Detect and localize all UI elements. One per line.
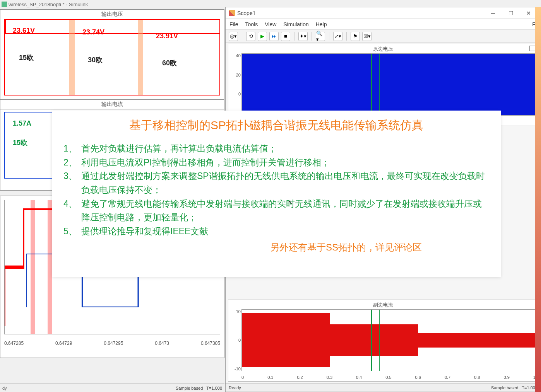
step-icon[interactable]: ⏭: [269, 32, 279, 41]
scope-status-bar: Ready Sample based T=1.000: [226, 383, 541, 392]
overlay-list: 1、首先对负载进行估算，再计算出负载电流估算值； 2、利用电压电流双PI控制得出…: [63, 142, 489, 238]
stop-icon[interactable]: ■: [281, 32, 290, 41]
status-sample: Sample based: [491, 385, 518, 390]
menu-help[interactable]: Help: [316, 21, 327, 27]
autoscale-icon[interactable]: ⤢▾: [333, 32, 342, 41]
description-overlay: 基于移相控制的SP拓扑磁耦合谐振无线电能传输系统仿真 1、首先对负载进行估算，再…: [52, 111, 501, 277]
overlay-footnote: 另外还有基于SS拓扑的，详见评论区: [63, 241, 489, 254]
ohm-label-3: 60欧: [162, 58, 177, 68]
menu-file[interactable]: File: [229, 21, 238, 27]
plot-area[interactable]: 23.61V 23.74V 23.91V 15欧 30欧 60欧: [4, 19, 220, 95]
window-title: Scope1: [237, 10, 484, 16]
side-window-sliver: [535, 7, 541, 392]
zoom-region[interactable]: [371, 53, 380, 116]
y-axis: 100-10: [230, 309, 241, 372]
play-icon[interactable]: ▶: [258, 32, 267, 41]
output-voltage-plot[interactable]: 输出电压 23.61V 23.74V 23.91V 15欧 30欧 60欧: [0, 9, 224, 100]
menu-tools[interactable]: Tools: [245, 21, 258, 27]
highlight-icon[interactable]: ✦▾: [298, 32, 308, 41]
status-sample: Sample based: [176, 386, 203, 390]
x-axis: 0.647285 0.64729 0.647295 0.6473 0.64730…: [4, 341, 220, 346]
config-icon[interactable]: ◎▾: [229, 32, 238, 41]
maximize-button[interactable]: ☐: [502, 8, 520, 19]
plot-title: 输出电压: [0, 10, 224, 19]
mouse-cursor-icon: ↖: [288, 199, 293, 206]
volt-label-2: 23.74V: [82, 28, 104, 36]
amp-label: 1.57A: [13, 119, 31, 128]
x-axis: 00.10.20.30.40.50.60.70.80.91: [241, 375, 536, 380]
simulink-icon: [2, 2, 7, 7]
output-current-title: 输出电流: [0, 100, 224, 109]
secondary-current-plot[interactable]: 副边电流 100-10 00.10.20.30.40.50.60.70.80.9…: [228, 300, 538, 382]
cursor-icon[interactable]: ⚑: [351, 32, 360, 41]
zoom-icon[interactable]: 🔍▾: [316, 32, 325, 41]
plot-title: 原边电压: [228, 44, 538, 54]
volt-label-1: 23.61V: [13, 27, 35, 35]
y-axis: 40200-20: [230, 53, 241, 116]
minimize-button[interactable]: ─: [484, 8, 502, 19]
left-status-bar: dy Sample based T=1.000: [0, 383, 224, 392]
title-bar[interactable]: Scope1 ─ ☐ ✕: [226, 7, 541, 19]
matlab-icon: [229, 10, 235, 16]
ohm-label: 15欧: [13, 138, 27, 147]
toolbar: ◎▾ ⟲ ▶ ⏭ ■ ✦▾ 🔍▾ ⤢▾ ⚑ ☒▾: [226, 30, 541, 43]
ohm-label-2: 30欧: [88, 55, 103, 65]
ohm-label-1: 15欧: [19, 53, 34, 62]
zoom-region[interactable]: [371, 309, 380, 372]
volt-label-3: 23.91V: [156, 32, 178, 40]
menu-bar: File Tools View Simulation Help Fi: [226, 19, 541, 30]
svg-rect-0: [2, 2, 7, 7]
status-ready: dy: [2, 386, 7, 390]
simulink-window-title: wireless_SP_2018bopti * - Simulink: [9, 2, 88, 7]
menu-simulation[interactable]: Simulation: [283, 21, 308, 27]
red-edge-trace: [5, 208, 52, 326]
menu-view[interactable]: View: [265, 21, 276, 27]
restart-icon[interactable]: ⟲: [246, 32, 255, 41]
status-ready: Ready: [229, 385, 241, 390]
plot-title: 副边电流: [228, 300, 538, 310]
status-time: T=1.000: [206, 386, 222, 390]
measure-icon[interactable]: ☒▾: [362, 32, 372, 41]
overlay-title: 基于移相控制的SP拓扑磁耦合谐振无线电能传输系统仿真: [63, 118, 489, 133]
